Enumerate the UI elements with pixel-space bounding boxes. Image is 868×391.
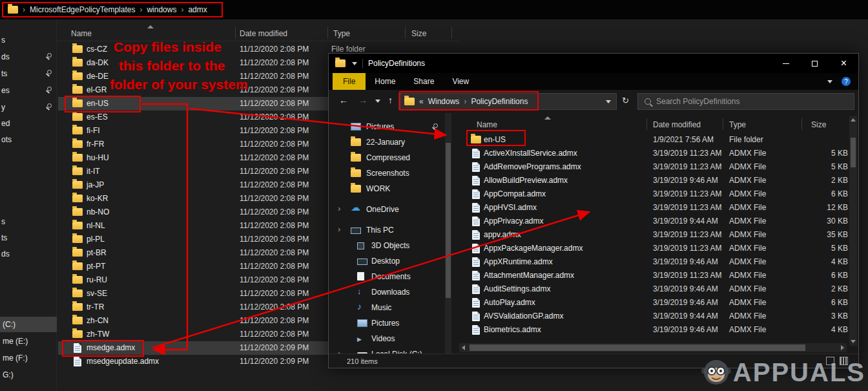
sidebar-drive[interactable]: me (E:)	[0, 333, 57, 349]
file-row-tr-tr[interactable]: tr-TR11/12/2020 2:08 PM	[58, 301, 328, 314]
nav-item-onedrive[interactable]: ›☁OneDrive	[329, 202, 444, 218]
nav-item-work[interactable]: WORK	[329, 182, 444, 197]
sidebar-drive[interactable]: G:)	[0, 367, 57, 383]
file-row-allowbuildpreview-admx[interactable]: AllowBuildPreview.admx3/19/2019 9:46 AMA…	[460, 174, 856, 187]
breadcrumb-segment[interactable]: MicrosoftEdgePolicyTemplates	[30, 5, 135, 14]
sidebar-drive[interactable]: me (F:)	[0, 350, 57, 366]
column-header-name[interactable]: Name	[71, 29, 92, 38]
file-row-appprivacy-admx[interactable]: AppPrivacy.admx3/19/2019 9:44 AMADMX Fil…	[460, 215, 856, 228]
refresh-button[interactable]: ↻	[622, 96, 629, 105]
sidebar-item[interactable]: ts	[0, 67, 57, 81]
file-row-en-us[interactable]: en-US1/9/2021 7:56 AMFile folder	[460, 133, 856, 147]
file-row-activexinstallservice-admx[interactable]: ActiveXInstallService.admx3/19/2019 11:2…	[460, 147, 856, 160]
column-divider[interactable]	[451, 27, 452, 39]
file-row-appxruntime-admx[interactable]: AppXRuntime.admx3/19/2019 9:46 AMADMX Fi…	[460, 255, 856, 269]
close-button[interactable]	[829, 54, 858, 73]
sidebar-item[interactable]: ts	[0, 231, 57, 246]
file-row-attachmentmanager-admx[interactable]: AttachmentManager.admx3/19/2019 11:23 AM…	[460, 269, 856, 282]
file-row-sv-se[interactable]: sv-SE11/12/2020 2:08 PM	[58, 287, 328, 301]
scroll-right-icon[interactable]	[841, 345, 844, 350]
address-bar[interactable]: « Windows PolicyDefinitions	[398, 93, 617, 110]
scrollbar-thumb[interactable]	[470, 344, 805, 351]
sidebar-item[interactable]: ed	[0, 117, 57, 131]
file-row-ko-kr[interactable]: ko-KR11/12/2020 2:08 PM	[58, 192, 328, 206]
column-header-date-modified[interactable]: Date modified	[653, 120, 701, 129]
file-row-appxpackagemanager-admx[interactable]: AppxPackageManager.admx3/19/2019 11:23 A…	[460, 242, 856, 255]
search-box[interactable]	[637, 93, 854, 110]
file-row-nl-nl[interactable]: nl-NL11/12/2020 2:08 PM	[58, 219, 328, 233]
file-row-it-it[interactable]: it-IT11/12/2020 2:08 PM	[58, 165, 328, 178]
address-segment-policydefinitions[interactable]: PolicyDefinitions	[471, 97, 528, 106]
nav-item-downloads[interactable]: ↓Downloads	[329, 285, 444, 301]
recent-locations-chevron-icon[interactable]	[375, 100, 380, 103]
file-row-autoplay-admx[interactable]: AutoPlay.admx3/19/2019 9:46 AMADMX File6…	[460, 296, 856, 310]
sidebar-drive[interactable]: (C:)	[0, 317, 57, 332]
file-row-auditsettings-admx[interactable]: AuditSettings.admx3/19/2019 9:46 AMADMX …	[460, 282, 856, 296]
sidebar-item[interactable]: y	[0, 101, 57, 115]
file-row-apphvsi-admx[interactable]: AppHVSI.admx3/19/2019 11:23 AMADMX File1…	[460, 201, 856, 215]
nav-item-screenshots[interactable]: Screenshots	[329, 166, 444, 182]
scroll-left-icon[interactable]	[462, 345, 465, 350]
column-divider[interactable]	[405, 27, 406, 39]
file-row-fi-fi[interactable]: fi-FI11/12/2020 2:08 PM	[58, 124, 328, 138]
file-row-addremoveprograms-admx[interactable]: AddRemovePrograms.admx3/19/2019 11:23 AM…	[460, 160, 856, 174]
column-header-type[interactable]: Type	[333, 29, 350, 38]
file-row-zh-cn[interactable]: zh-CN11/12/2020 2:08 PM	[58, 314, 328, 328]
quick-access-toolbar-chevron-icon[interactable]	[352, 62, 357, 65]
column-divider[interactable]	[235, 27, 236, 39]
nav-item-documents[interactable]: Documents	[329, 269, 444, 285]
tab-share[interactable]: Share	[404, 73, 443, 90]
sidebar-item[interactable]: es	[0, 84, 57, 98]
file-row-el-gr[interactable]: el-GR11/12/2020 2:08 PM	[58, 83, 328, 97]
help-icon[interactable]	[842, 77, 851, 86]
sidebar-item[interactable]: s	[0, 215, 57, 229]
breadcrumb-segment[interactable]: windows	[147, 5, 176, 14]
nav-item-this-pc[interactable]: ›This PC	[329, 223, 444, 238]
sidebar-item[interactable]: ds	[0, 50, 57, 65]
nav-item-22-january[interactable]: 22-January	[329, 135, 444, 151]
minimize-button[interactable]	[771, 54, 800, 73]
search-input[interactable]	[656, 97, 847, 106]
tab-view[interactable]: View	[443, 73, 478, 90]
file-row-appv-admx[interactable]: appv.admx3/19/2019 11:23 AMADMX File35 K…	[460, 228, 856, 242]
nav-item-compressed[interactable]: Compressed	[329, 151, 444, 166]
file-row-pt-pt[interactable]: pt-PT11/12/2020 2:08 PM	[58, 260, 328, 273]
file-row-msedgeupdate-admx[interactable]: msedgeupdate.admx11/12/2020 2:09 PM	[58, 355, 328, 368]
up-button[interactable]: ↑	[388, 96, 393, 105]
column-header-type[interactable]: Type	[729, 120, 746, 129]
expand-ribbon-chevron-icon[interactable]	[827, 80, 832, 83]
tab-file[interactable]: File	[333, 73, 366, 90]
column-divider[interactable]	[723, 118, 723, 130]
column-header-name[interactable]: Name	[477, 120, 497, 129]
file-row-biometrics-admx[interactable]: Biometrics.admx3/19/2019 9:46 AMADMX Fil…	[460, 323, 856, 337]
file-row-cs-cz[interactable]: cs-CZ11/12/2020 2:08 PMFile folder	[58, 43, 328, 56]
address-dropdown-icon[interactable]	[606, 100, 611, 103]
file-row-zh-tw[interactable]: zh-TW11/12/2020 2:08 PM	[58, 328, 328, 341]
vertical-scrollbar[interactable]	[849, 116, 857, 346]
file-row-pt-br[interactable]: pt-BR11/12/2020 2:08 PM	[58, 246, 328, 260]
scroll-down-icon[interactable]	[851, 340, 856, 343]
file-row-fr-fr[interactable]: fr-FR11/12/2020 2:08 PM	[58, 138, 328, 151]
forward-button[interactable]: →	[358, 96, 367, 105]
column-divider[interactable]	[327, 27, 328, 39]
file-row-nb-no[interactable]: nb-NO11/12/2020 2:08 PM	[58, 206, 328, 219]
column-header-size[interactable]: Size	[411, 29, 426, 38]
file-row-msedge-admx[interactable]: msedge.admx11/12/2020 2:09 PM	[58, 341, 328, 355]
column-header-size[interactable]: Size	[811, 120, 826, 129]
file-row-es-es[interactable]: es-ES11/12/2020 2:08 PM	[58, 111, 328, 124]
breadcrumb-segment[interactable]: admx	[188, 5, 207, 14]
column-divider[interactable]	[801, 118, 802, 130]
file-row-pl-pl[interactable]: pl-PL11/12/2020 2:08 PM	[58, 233, 328, 246]
nav-item-pictures[interactable]: Pictures	[329, 316, 444, 332]
nav-item-3d-objects[interactable]: 3D Objects	[329, 238, 444, 254]
column-header-date-modified[interactable]: Date modified	[240, 29, 287, 38]
back-button[interactable]: ←	[339, 96, 348, 105]
column-divider[interactable]	[646, 118, 647, 130]
nav-item-music[interactable]: ♪Music	[329, 301, 444, 316]
file-row-appcompat-admx[interactable]: AppCompat.admx3/19/2019 11:23 AMADMX Fil…	[460, 187, 856, 201]
file-row-da-dk[interactable]: da-DK11/12/2020 2:08 PM	[58, 56, 328, 70]
nav-item-desktop[interactable]: Desktop	[329, 254, 444, 269]
collapsed-path-icon[interactable]: «	[419, 97, 424, 106]
address-segment-windows[interactable]: Windows	[428, 97, 460, 106]
scrollbar-thumb[interactable]	[851, 138, 856, 167]
